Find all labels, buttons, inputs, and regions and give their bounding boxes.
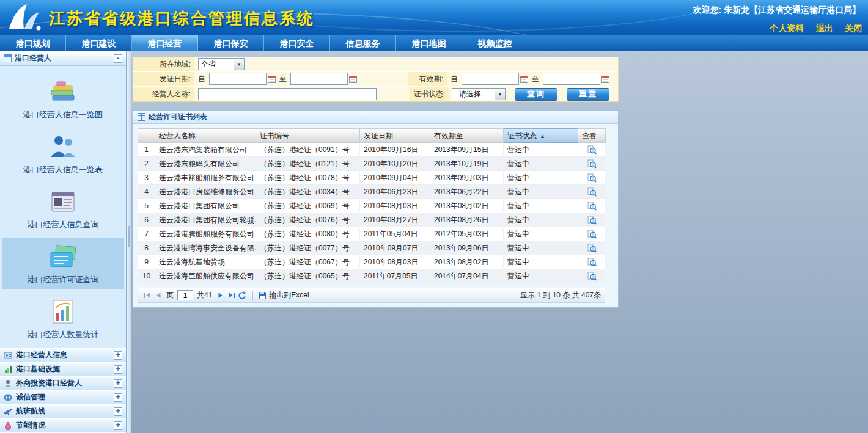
view-icon[interactable] — [587, 230, 597, 239]
view-icon[interactable] — [587, 187, 597, 197]
view-icon[interactable] — [587, 202, 597, 211]
validity-to-input[interactable] — [543, 73, 600, 85]
sidebar-panel-credit-management[interactable]: 诚信管理 + — [0, 390, 126, 404]
profile-link[interactable]: 个人资料 — [770, 23, 804, 33]
export-excel-button[interactable]: 输出到Excel — [258, 290, 309, 300]
view-icon[interactable] — [587, 272, 597, 281]
table-row[interactable]: 2 连云港东粮码头有限公司 （苏连）港经证（0121）号 2010年10月20日… — [138, 157, 606, 171]
validity-from-input[interactable] — [462, 73, 519, 85]
sidebar-panel-foreign-investment[interactable]: 外商投资港口经营人 + — [0, 376, 126, 390]
col-rownum — [138, 129, 155, 143]
cell-operator-name: 连云港港口集团有限公司轮驳... — [155, 213, 256, 227]
refresh-icon[interactable] — [237, 290, 248, 301]
sidebar-panel-title: 港口经营人 — [15, 53, 114, 64]
cell-issue-date: 2010年08月27日 — [360, 213, 430, 227]
cert-status-select[interactable]: =请选择= ▼ — [452, 88, 506, 100]
sidebar-panel-header[interactable]: 港口经营人 - — [0, 51, 126, 66]
header-links: 个人资料 退出 关闭 — [760, 23, 862, 34]
tab-port-planning[interactable]: 港口规划 — [0, 35, 66, 51]
col-valid-until[interactable]: 有效期至 — [430, 129, 504, 143]
energy-icon — [4, 421, 12, 430]
dropdown-arrow-icon: ▼ — [495, 89, 505, 100]
table-header-row: 经营人名称 证书编号 发证日期 有效期至 证书状态▲ 查看 — [138, 129, 606, 143]
logout-link[interactable]: 退出 — [816, 23, 833, 33]
view-icon[interactable] — [587, 258, 597, 267]
col-operator-name[interactable]: 经营人名称 — [155, 129, 256, 143]
sidebar-item-license-query[interactable]: 港口经营许可证查询 — [2, 238, 124, 289]
prev-page-icon[interactable] — [153, 290, 164, 301]
collapse-panel-button[interactable]: - — [114, 54, 122, 63]
expand-panel-button[interactable]: + — [114, 365, 122, 374]
region-select[interactable]: 全省 ▼ — [198, 58, 245, 70]
next-page-icon[interactable] — [215, 290, 226, 301]
sidebar-panel-energy-saving[interactable]: 节能情况 + — [0, 418, 126, 432]
expand-panel-button[interactable]: + — [114, 379, 122, 388]
table-row[interactable]: 3 连云港丰裕船舶服务有限公司 （苏连）港经证（0078）号 2010年09月0… — [138, 171, 606, 185]
table-row[interactable]: 6 连云港港口集团有限公司轮驳... （苏连）港经证（0076）号 2010年0… — [138, 213, 606, 227]
main-area: 港口经营人 - 港口经营人信息一览图 — [0, 51, 868, 433]
table-row[interactable]: 4 连云港港口房屋维修服务公司 （苏连）港经证（0034）号 2010年06月2… — [138, 185, 606, 199]
first-page-icon[interactable] — [142, 290, 153, 301]
table-row[interactable]: 5 连云港港口集团有限公司 （苏连）港经证（0069）号 2010年08月03日… — [138, 199, 606, 213]
col-cert-status[interactable]: 证书状态▲ — [504, 129, 578, 143]
issue-date-to-input[interactable] — [290, 73, 348, 85]
calendar-icon[interactable] — [268, 75, 276, 83]
cell-issue-date: 2010年09月07日 — [360, 241, 430, 255]
tab-video-monitor[interactable]: 视频监控 — [462, 35, 528, 51]
sidebar-collapsed-panels: 港口经营人信息 + 港口基础设施 + 外商投资港口经营人 + — [0, 348, 126, 433]
sidebar-item-operator-overview-chart[interactable]: 港口经营人信息一览图 — [2, 73, 124, 125]
sidebar-item-operator-statistics[interactable]: 港口经营人数量统计 — [2, 293, 124, 344]
tab-port-security[interactable]: 港口保安 — [198, 35, 264, 51]
sidebar-panel-infrastructure[interactable]: 港口基础设施 + — [0, 362, 126, 376]
tab-port-construction[interactable]: 港口建设 — [66, 35, 132, 51]
table-row[interactable]: 1 连云港东鸿集装箱有限公司 （苏连）港经证（0091）号 2010年09月16… — [138, 143, 606, 157]
from-label: 自 — [451, 74, 458, 84]
sidebar-item-operator-info-query[interactable]: 港口经营人信息查询 — [2, 183, 124, 235]
table-row[interactable]: 8 连云港港湾海事安全设备有限... （苏连）港经证（0077）号 2010年0… — [138, 241, 606, 255]
main-nav: 港口规划 港口建设 港口经营 港口保安 港口安全 信息服务 港口地图 视频监控 — [0, 35, 868, 51]
issue-date-from-input[interactable] — [209, 73, 267, 85]
expand-panel-button[interactable]: + — [114, 421, 122, 430]
cell-rownum: 7 — [138, 227, 155, 241]
view-icon[interactable] — [587, 244, 597, 253]
col-cert-no[interactable]: 证书编号 — [256, 129, 360, 143]
close-link[interactable]: 关闭 — [845, 23, 862, 33]
table-row[interactable]: 9 连云港海航基地货场 （苏连）港经证（0067）号 2010年08月03日 2… — [138, 255, 606, 269]
table-row[interactable]: 10 连云港海巨船舶供应有限公司 （苏连）港经证（0065）号 2011年07月… — [138, 269, 606, 283]
expand-panel-button[interactable]: + — [114, 407, 122, 416]
cell-operator-name: 连云港海巨船舶供应有限公司 — [155, 269, 256, 283]
calendar-icon[interactable] — [349, 75, 357, 83]
table-row[interactable]: 7 连云港港腾船舶服务有限公司 （苏连）港经证（0080）号 2011年05月0… — [138, 227, 606, 241]
reset-button[interactable]: 重置 — [567, 88, 609, 101]
search-form: 所在地域: 全省 ▼ 发证日期: 自 至 — [133, 57, 619, 102]
operator-name-input[interactable] — [198, 88, 377, 100]
last-page-icon[interactable] — [226, 290, 237, 301]
cell-cert-no: （苏连）港经证（0121）号 — [256, 157, 360, 171]
expand-panel-button[interactable]: + — [114, 393, 122, 402]
page-input[interactable] — [177, 290, 193, 300]
sidebar-item-operator-overview-table[interactable]: 港口经营人信息一览表 — [2, 128, 124, 180]
cell-issue-date: 2010年10月20日 — [360, 157, 430, 171]
view-icon[interactable] — [587, 159, 597, 169]
view-icon[interactable] — [587, 145, 597, 155]
list-panel-header: 经营许可证书列表 — [133, 111, 618, 124]
record-summary: 显示 1 到 10 条 共 407条 — [520, 290, 601, 300]
view-icon[interactable] — [587, 173, 597, 183]
expand-panel-button[interactable]: + — [114, 351, 122, 360]
calendar-icon[interactable] — [601, 75, 609, 83]
query-button[interactable]: 查询 — [515, 88, 557, 101]
tab-port-map[interactable]: 港口地图 — [396, 35, 462, 51]
search-row-region: 所在地域: 全省 ▼ — [133, 57, 618, 72]
calendar-icon[interactable] — [520, 75, 528, 83]
sidebar-panel-operator-info[interactable]: 港口经营人信息 + — [0, 348, 126, 362]
panel-window-icon — [4, 54, 12, 62]
col-issue-date[interactable]: 发证日期 — [360, 129, 430, 143]
tab-info-service[interactable]: 信息服务 — [330, 35, 396, 51]
cell-operator-name: 连云港港口房屋维修服务公司 — [155, 185, 256, 199]
plane-icon — [4, 407, 12, 416]
sidebar-panel-flight-routes[interactable]: 航班航线 + — [0, 404, 126, 418]
view-icon[interactable] — [587, 216, 597, 225]
tab-port-operation[interactable]: 港口经营 — [132, 35, 198, 51]
tab-port-safety[interactable]: 港口安全 — [264, 35, 330, 51]
sidebar-splitter[interactable] — [127, 51, 131, 433]
